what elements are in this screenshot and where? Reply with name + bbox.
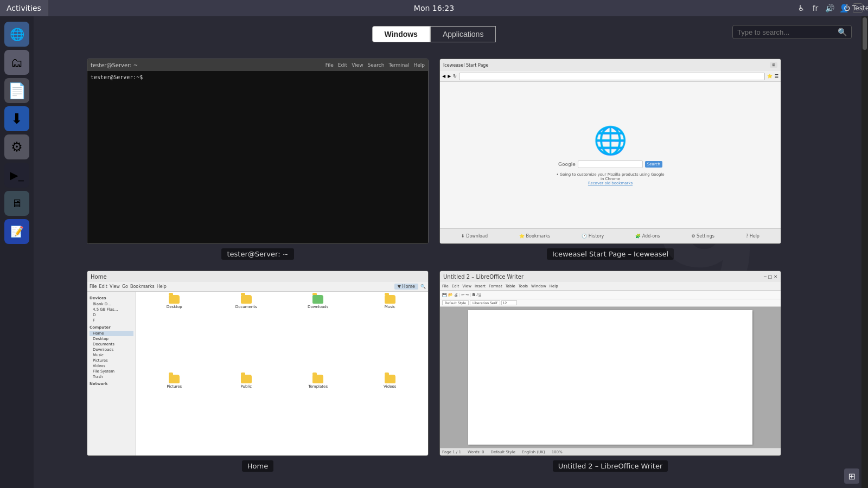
bb-settings: ⚙ Settings: [691, 234, 714, 239]
window-thumb-iceweasel[interactable]: Iceweasel Start Page ⊠ ◀ ▶ ↻ ⭐ ☰: [439, 59, 781, 260]
writer-toolbar1: 💾 📂 🖨 | ↩ ↪ | B I U: [440, 291, 781, 299]
bb-history: 🕐 History: [582, 234, 604, 239]
activities-button[interactable]: Activities: [0, 0, 48, 16]
fm-file-music: Music: [355, 295, 425, 373]
fm-file-downloads: Downloads: [283, 295, 353, 373]
sound-icon[interactable]: 🔊: [825, 3, 834, 13]
dock-filemanager-icon[interactable]: 🗂: [4, 50, 29, 75]
wt-undo: ↩: [461, 293, 464, 297]
wt-font: Liberation Serif: [470, 300, 500, 305]
window-thumb-writer[interactable]: Untitled 2 – LibreOffice Writer ─ □ ✕ Fi…: [439, 271, 781, 472]
tab-applications[interactable]: Applications: [430, 26, 496, 42]
fm-file-documents-label: Documents: [235, 305, 257, 309]
fm-device-f: F: [90, 318, 133, 323]
bb-download: ⬇ Download: [461, 234, 488, 239]
wt-open: 📂: [448, 293, 453, 297]
dock-desktop-icon[interactable]: 🖥: [4, 191, 29, 216]
wm-window: Window: [531, 284, 546, 288]
terminal-menu-help: Help: [413, 62, 425, 68]
nav-reload: ↻: [453, 74, 457, 79]
fm-sidebar-devices: Devices: [90, 296, 133, 300]
fm-menu-bookmarks: Bookmarks: [130, 284, 155, 289]
fm-folder-videos-icon: [385, 375, 395, 383]
fm-computer-videos: Videos: [90, 363, 133, 369]
tabs-row: Windows Applications 🔍: [0, 16, 868, 48]
iceweasel-label: Iceweasel Start Page – Iceweasel: [547, 248, 674, 260]
fm-computer-desktop: Desktop: [90, 336, 133, 342]
terminal-menu-edit: Edit: [338, 62, 347, 68]
fm-search-btn: 🔍: [420, 284, 426, 289]
wt-style: Default Style: [442, 300, 469, 305]
wm-view: View: [462, 284, 471, 288]
search-icon: 🔍: [838, 28, 847, 36]
accessibility-icon[interactable]: ♿: [796, 3, 806, 13]
search-btn: Search: [645, 161, 662, 168]
wm-help: Help: [550, 284, 558, 288]
wt-size: 12: [501, 300, 518, 305]
wm-edit: Edit: [452, 284, 459, 288]
fm-file-templates: Templates: [283, 375, 353, 452]
fm-file-public-label: Public: [240, 384, 252, 389]
fm-computer-docs: Documents: [90, 342, 133, 347]
fm-file-templates-label: Templates: [308, 384, 328, 389]
dock-terminal-icon[interactable]: ▶_: [4, 163, 29, 188]
fm-folder-documents-icon: [241, 295, 252, 304]
fm-folder-desktop-icon: [169, 295, 180, 304]
bottom-right-icon[interactable]: ⊞: [844, 468, 859, 484]
fm-file-pictures: Pictures: [139, 375, 209, 452]
terminal-preview: tester@Server: ~ File Edit View Search T…: [87, 59, 429, 244]
fm-folder-public-icon: [241, 375, 252, 383]
wt-sep: |: [459, 293, 460, 297]
window-thumb-filemanager[interactable]: Home File Edit View Go Bookmarks Help ▼ …: [87, 271, 429, 472]
fm-computer-home: Home: [90, 331, 133, 336]
fm-sidebar-network: Network: [90, 382, 133, 386]
browser-body: 🌐 Google Search • Going to customize you…: [440, 82, 781, 228]
ws-zoom: 100%: [552, 450, 563, 454]
window-grid: tester@Server: ~ File Edit View Search T…: [0, 48, 868, 488]
wm-file: File: [442, 284, 449, 288]
fm-computer-pictures: Pictures: [90, 358, 133, 363]
fm-computer-filesystem: File System: [90, 369, 133, 374]
writer-toolbar2: Default Style Liberation Serif 12: [440, 299, 781, 307]
dock-settings-icon[interactable]: ⚙: [4, 134, 29, 159]
fm-file-music-label: Music: [385, 305, 395, 309]
fm-sidebar: Devices Blank D... 4.5 GB Flas... D F Co…: [87, 292, 136, 455]
nav-bookmark: ⭐: [767, 74, 773, 79]
window-thumb-terminal[interactable]: tester@Server: ~ File Edit View Search T…: [87, 59, 429, 260]
right-scrollbar[interactable]: [861, 16, 868, 488]
ws-words: Words: 0: [468, 450, 484, 454]
power-icon[interactable]: ⏻ Tester: [853, 3, 863, 13]
dock-document-icon[interactable]: 📄: [4, 78, 29, 103]
fm-device-d: D: [90, 312, 133, 318]
fm-folder-pictures-icon: [169, 375, 180, 383]
browser-tab2: ⊠: [770, 62, 777, 68]
dock-download-icon[interactable]: ⬇: [4, 106, 29, 131]
browser-toolbar: ◀ ▶ ↻ ⭐ ☰: [440, 71, 781, 82]
fm-menu-view: View: [110, 284, 120, 289]
nav-forward: ▶: [448, 74, 451, 79]
browser-bottombar: ⬇ Download ⭐ Bookmarks 🕐 History 🧩 Add-o…: [440, 228, 781, 243]
writer-titlebar: Untitled 2 – LibreOffice Writer ─ □ ✕: [440, 271, 781, 282]
fm-menu-go: Go: [122, 284, 128, 289]
ws-lang: English (UK): [522, 450, 545, 454]
fm-file-videos: Videos: [355, 375, 425, 452]
topbar-right: ♿ fr 🔊 👤 ⏻ Tester: [796, 3, 868, 13]
terminal-menu-terminal: Terminal: [388, 62, 409, 68]
filemanager-preview: Home File Edit View Go Bookmarks Help ▼ …: [87, 271, 429, 456]
topbar: Activities Mon 16:23 ♿ fr 🔊 👤 ⏻ Tester: [0, 0, 868, 16]
fm-device-2: 4.5 GB Flas...: [90, 307, 133, 312]
language-indicator[interactable]: fr: [810, 3, 820, 13]
search-box: 🔍: [732, 25, 852, 39]
clock: Mon 16:23: [414, 4, 454, 12]
ws-style: Default Style: [491, 450, 515, 454]
fm-file-desktop: Desktop: [139, 295, 209, 373]
fm-toolbar: File Edit View Go Bookmarks Help ▼ Home …: [87, 282, 428, 292]
tab-windows[interactable]: Windows: [372, 26, 430, 42]
terminal-title: tester@Server: ~: [91, 62, 138, 68]
wm-table: Table: [506, 284, 515, 288]
writer-body: [440, 307, 781, 448]
search-input[interactable]: [737, 28, 838, 36]
bb-help: ? Help: [746, 234, 760, 239]
fm-menu-help: Help: [157, 284, 167, 289]
dock-writer-icon[interactable]: 📝: [4, 219, 29, 244]
